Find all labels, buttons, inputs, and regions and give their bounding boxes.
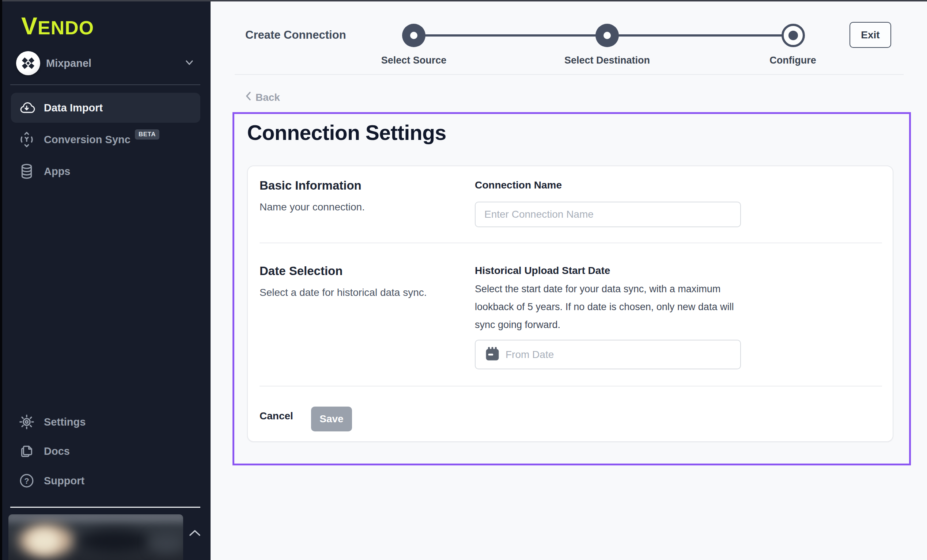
mixpanel-logo-avatar: [16, 51, 40, 75]
date-selection-heading: Date Selection: [260, 264, 342, 278]
step-dot-select-destination[interactable]: [596, 24, 619, 47]
sidebar-item-label: Settings: [44, 416, 85, 428]
step-dot-configure[interactable]: [781, 24, 805, 47]
historical-upload-label: Historical Upload Start Date: [475, 265, 610, 276]
connection-name-input[interactable]: [475, 202, 741, 227]
sidebar-divider: [10, 507, 200, 508]
header-divider: [235, 74, 904, 75]
sidebar-item-label: Support: [44, 475, 84, 487]
card-divider: [260, 386, 882, 387]
sidebar-item-support[interactable]: ? Support: [11, 466, 200, 496]
from-date-input[interactable]: [506, 349, 740, 361]
app-window: VENDO Mixpanel: [0, 0, 927, 560]
cancel-button[interactable]: Cancel: [260, 410, 293, 422]
sidebar-item-label: Data Import: [44, 102, 103, 114]
chevron-down-icon: [184, 57, 195, 70]
card-divider: [260, 243, 882, 243]
header: Create Connection Select Source Select D…: [211, 0, 927, 75]
sidebar-item-label: Conversion Sync: [44, 134, 131, 146]
connection-name-label: Connection Name: [475, 179, 562, 191]
sidebar-item-docs[interactable]: Docs: [11, 436, 200, 466]
question-circle-icon: ?: [18, 472, 35, 489]
back-link[interactable]: Back: [245, 91, 280, 104]
sidebar-item-apps[interactable]: Apps: [11, 156, 200, 186]
from-date-field[interactable]: [475, 340, 741, 369]
description-line: Select the start date for your data sync…: [475, 280, 775, 298]
sidebar-item-label: Apps: [44, 165, 71, 178]
settings-card: Basic Information Name your connection. …: [247, 165, 894, 442]
chevron-up-icon[interactable]: [187, 528, 202, 540]
step-label-select-destination: Select Destination: [541, 55, 673, 66]
panel-title: Connection Settings: [247, 121, 446, 145]
step-dot-select-source[interactable]: [402, 24, 426, 47]
sidebar-item-settings[interactable]: Settings: [11, 407, 200, 437]
blurred-text: [149, 533, 183, 554]
svg-text:?: ?: [24, 477, 29, 486]
blurred-avatar: [29, 530, 59, 552]
gear-icon: [18, 414, 35, 430]
window-top-edge: [0, 0, 927, 2]
date-selection-subheading: Select a date for historical data sync.: [260, 287, 427, 299]
vendo-logo: VENDO: [21, 14, 94, 38]
docs-icon: [18, 443, 35, 460]
sidebar-divider: [10, 84, 200, 85]
step-label-select-source: Select Source: [348, 55, 480, 66]
main-content: Create Connection Select Source Select D…: [211, 0, 927, 560]
page-title: Create Connection: [245, 29, 346, 42]
step-label-configure: Configure: [727, 55, 859, 66]
blurred-text: [80, 530, 149, 552]
user-profile-blurred[interactable]: [8, 514, 183, 560]
window-left-edge: [0, 0, 2, 560]
sidebar-item-data-import[interactable]: Data Import: [11, 93, 200, 123]
connection-settings-panel: Connection Settings Basic Information Na…: [233, 112, 911, 465]
description-line: sync going forward.: [475, 316, 775, 334]
cloud-download-icon: [18, 99, 35, 116]
historical-upload-description: Select the start date for your data sync…: [475, 280, 775, 334]
calendar-icon: [484, 346, 500, 363]
basic-info-heading: Basic Information: [260, 179, 362, 193]
workspace-switcher[interactable]: Mixpanel: [16, 50, 199, 76]
description-line: lookback of 5 years. If no date is chose…: [475, 298, 775, 316]
sidebar: VENDO Mixpanel: [0, 0, 211, 560]
basic-info-subheading: Name your connection.: [260, 201, 365, 213]
beta-badge: BETA: [135, 129, 160, 140]
workspace-name: Mixpanel: [46, 57, 184, 70]
blurred-region: [8, 514, 183, 522]
database-icon: [18, 163, 35, 180]
sync-arrows-icon: [18, 131, 35, 148]
save-button[interactable]: Save: [311, 407, 352, 431]
chevron-left-icon: [245, 91, 252, 104]
exit-button[interactable]: Exit: [849, 22, 891, 48]
back-label: Back: [255, 92, 280, 103]
sidebar-item-label: Docs: [44, 445, 70, 457]
sidebar-item-conversion-sync[interactable]: Conversion Sync BETA: [11, 124, 200, 155]
